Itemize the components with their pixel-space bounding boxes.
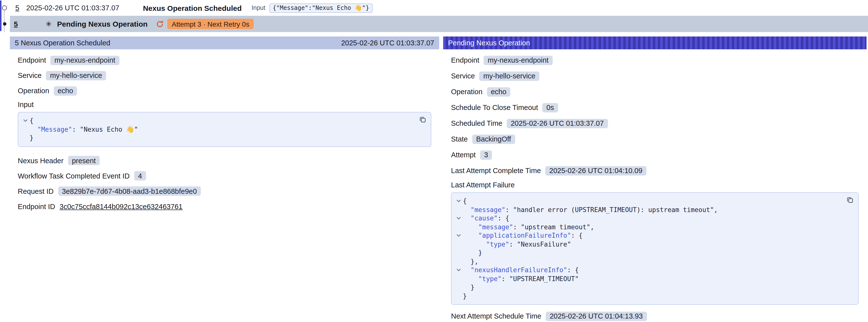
endpoint-id-link[interactable]: 3c0c75ccfa8144b092c13ce632463761 (60, 202, 183, 210)
field-value-badge: present (68, 156, 100, 165)
code-line: "nexusHandlerFailureInfo": { (455, 266, 841, 275)
active-event-indicator (0, 0, 1, 31)
field-value-badge: echo (487, 87, 510, 96)
json-code-lines: { "message": "handler error (UPSTREAM_TI… (455, 197, 841, 300)
field-label: Service (451, 72, 475, 80)
collapse-chevron-icon[interactable] (21, 117, 30, 123)
field-row: Endpoint my-nexus-endpoint (18, 55, 431, 66)
field-label: Nexus Header (18, 157, 63, 164)
code-line: "Message": "Nexus Echo 👋" (21, 125, 414, 134)
input-preview-chip: {"Message":"Nexus Echo 👋"} (269, 3, 373, 12)
scheduled-panel-body: Endpoint my-nexus-endpoint Service my-he… (10, 49, 439, 212)
event-history-view: 5 2025-02-26 UTC 01:03:37.07 Nexus Opera… (0, 0, 868, 322)
event-id-link[interactable]: 5 (14, 20, 18, 28)
chevron-spacer (455, 240, 463, 242)
field-value-badge: my-nexus-endpoint (51, 56, 119, 65)
pending-panel-header: Pending Nexus Operation (443, 36, 867, 49)
retry-attempt-badge: Attempt 3 · Next Retry 0s (167, 19, 254, 29)
code-line: "cause": { (455, 214, 841, 223)
field-value-badge: my-hello-service (479, 71, 539, 80)
code-text: "applicationFailureInfo": { (463, 231, 583, 240)
code-line: { (21, 117, 414, 125)
code-text: }, (463, 257, 478, 266)
field-row: Next Attempt Schedule Time 2025-02-26 UT… (451, 311, 859, 322)
field-value-badge: 2025-02-26 UTC 01:04:13.93 (546, 312, 647, 321)
copy-icon (846, 196, 854, 204)
failure-section-label: Last Attempt Failure (451, 181, 859, 189)
code-text: "type": "NexusFailure" (463, 240, 571, 249)
field-value-badge: echo (54, 86, 77, 95)
field-value-badge: 3 (480, 150, 492, 160)
chevron-spacer (455, 292, 463, 293)
pending-event-title: Pending Nexus Operation (57, 20, 148, 28)
event-row-pending[interactable]: 5 ✳ Pending Nexus Operation Attempt 3 · … (10, 16, 868, 32)
code-text: { (30, 117, 34, 125)
copy-button[interactable] (845, 195, 855, 205)
input-json-viewer: { "Message": "Nexus Echo 👋"} (18, 112, 431, 147)
field-label: Attempt (451, 151, 476, 159)
field-label: Next Attempt Schedule Time (451, 312, 541, 320)
field-value-badge: my-nexus-endpoint (484, 56, 553, 65)
code-line: }, (455, 257, 841, 266)
copy-button[interactable] (418, 115, 427, 124)
chevron-spacer (455, 205, 463, 207)
event-id-link[interactable]: 5 (15, 4, 19, 12)
scheduled-event-panel: 5 Nexus Operation Scheduled 2025-02-26 U… (10, 36, 439, 322)
collapse-chevron-icon[interactable] (455, 214, 463, 221)
code-line: } (455, 249, 841, 257)
field-value-badge: 2025-02-26 UTC 01:03:37.07 (507, 119, 608, 128)
field-label: Operation (18, 87, 49, 95)
input-preview-label: Input (252, 4, 266, 11)
field-row: Workflow Task Completed Event ID 4 (18, 170, 431, 181)
code-text: } (30, 134, 34, 142)
field-value-badge: my-hello-service (46, 71, 106, 80)
code-text: "cause": { (463, 214, 509, 223)
copy-icon (419, 116, 426, 123)
json-code-lines: { "Message": "Nexus Echo 👋"} (21, 117, 414, 142)
event-title: Nexus Operation Scheduled (143, 4, 242, 12)
code-line: } (455, 283, 841, 292)
code-line: } (21, 134, 414, 142)
field-label: Service (18, 71, 42, 79)
field-row: Endpoint ID 3c0c75ccfa8144b092c13ce63246… (18, 201, 431, 212)
timeline-node-dot (3, 22, 6, 26)
field-value-badge: 3e829b7e-7d67-4b08-aad3-b1e868bfe9e0 (58, 186, 201, 196)
pending-panel-title: Pending Nexus Operation (448, 39, 530, 47)
field-label: Schedule To Close Timeout (451, 103, 538, 111)
event-timestamp: 2025-02-26 UTC 01:03:37.07 (26, 4, 119, 12)
field-row: Service my-hello-service (451, 70, 859, 82)
field-row: Endpoint my-nexus-endpoint (451, 55, 859, 66)
code-text: } (463, 283, 474, 292)
event-row-scheduled[interactable]: 5 2025-02-26 UTC 01:03:37.07 Nexus Opera… (10, 0, 868, 16)
detail-panels: 5 Nexus Operation Scheduled 2025-02-26 U… (10, 36, 867, 322)
field-row: Operation echo (451, 86, 859, 97)
field-row: Request ID 3e829b7e-7d67-4b08-aad3-b1e86… (18, 186, 431, 196)
code-line: "message": "handler error (UPSTREAM_TIME… (455, 205, 841, 214)
field-row: Last Attempt Complete Time 2025-02-26 UT… (451, 165, 859, 176)
code-text: "Message": "Nexus Echo 👋" (30, 125, 138, 134)
field-label: Endpoint (18, 56, 46, 64)
field-row: Attempt 3 (451, 150, 859, 160)
chevron-spacer (455, 283, 463, 285)
chevron-spacer (455, 249, 463, 250)
collapse-chevron-icon[interactable] (455, 197, 463, 204)
field-label: Scheduled Time (451, 119, 502, 127)
input-section-label: Input (18, 101, 431, 108)
field-value-badge: 2025-02-26 UTC 01:04:10.09 (545, 166, 646, 175)
field-row: Scheduled Time 2025-02-26 UTC 01:03:37.0… (451, 118, 859, 129)
pending-panel-body: Endpoint my-nexus-endpoint Service my-he… (443, 49, 867, 322)
chevron-spacer (455, 223, 463, 224)
state-badge: BackingOff (472, 134, 515, 144)
pending-operation-panel: Pending Nexus Operation Endpoint my-nexu… (443, 36, 867, 322)
scheduled-panel-header: 5 Nexus Operation Scheduled 2025-02-26 U… (10, 36, 439, 49)
scheduled-panel-title: 5 Nexus Operation Scheduled (15, 39, 110, 47)
code-text: "nexusHandlerFailureInfo": { (463, 266, 579, 275)
chevron-spacer (21, 134, 30, 135)
code-line: "type": "UPSTREAM_TIMEOUT" (455, 275, 841, 283)
retry-icon (156, 20, 164, 28)
collapse-chevron-icon[interactable] (455, 266, 463, 273)
chevron-spacer (455, 275, 463, 276)
field-row: Service my-hello-service (18, 70, 431, 81)
pending-asterisk-icon: ✳ (45, 20, 52, 28)
collapse-chevron-icon[interactable] (455, 231, 463, 238)
